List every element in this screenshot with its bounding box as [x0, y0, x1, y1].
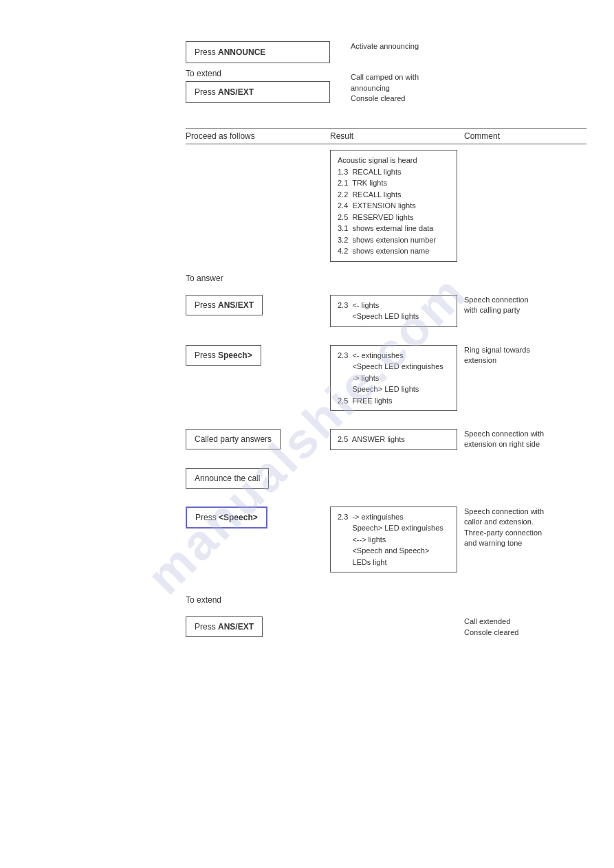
press-ansext-2-box: Press ANS/EXT: [186, 616, 263, 637]
comment-cell-speech2: Speech connection withcallor and extensi…: [464, 507, 586, 549]
proceed-cell-speech1: Press Speech>: [186, 345, 330, 366]
press-speech2-box: Press <Speech>: [186, 507, 267, 528]
press-announce-bold: ANNOUNCE: [218, 47, 265, 57]
table-row: Press ANS/EXT Call extendedConsole clear…: [186, 616, 586, 638]
press-speech1-box: Press Speech>: [186, 345, 261, 366]
page-content: Press ANNOUNCE To extend Press ANS/EXT A…: [0, 0, 614, 686]
table-row: Announce the call: [186, 468, 586, 489]
proceed-cell-ansext2: Press ANS/EXT: [186, 616, 330, 637]
proceed-cell-to-extend: To extend: [186, 590, 330, 610]
to-extend-label2: To extend: [186, 590, 323, 610]
table-row: Press Speech> 2.3 <- extinguishes <Speec…: [186, 345, 586, 412]
result-box-1: Acoustic signal is heard 1.3 RECALL ligh…: [330, 150, 457, 262]
comment-cell-called: Speech connection withextension on right…: [464, 429, 586, 450]
press-announce-prefix: Press: [195, 47, 218, 57]
result-cell-speech1: 2.3 <- extinguishes <Speech LED extingui…: [330, 345, 464, 412]
proceed-cell-speech2: Press <Speech>: [186, 507, 330, 528]
press-ansext-1-box: Press ANS/EXT: [186, 295, 263, 315]
result-box-speech1: 2.3 <- extinguishes <Speech LED extingui…: [330, 345, 457, 412]
press-ansext-bold: ANS/EXT: [218, 87, 254, 97]
press-ansext-box: Press ANS/EXT: [186, 81, 330, 103]
proceed-cell-to-answer: To answer: [186, 269, 330, 288]
comment-cell-ansext: Speech connectionwith calling party: [464, 295, 586, 316]
comment-cell-ansext2: Call extendedConsole cleared: [464, 616, 586, 638]
result-box-ansext: 2.3 <- lights <Speech LED lights: [330, 295, 457, 327]
result-box-called: 2.5 ANSWER lights: [330, 429, 457, 450]
result-cell-ansext: 2.3 <- lights <Speech LED lights: [330, 295, 464, 327]
comment-cell-speech1: Ring signal towardsextension: [464, 345, 586, 366]
table-row: Acoustic signal is heard 1.3 RECALL ligh…: [186, 150, 586, 262]
table-row: Press ANS/EXT 2.3 <- lights <Speech LED …: [186, 295, 586, 327]
col-result-header: Result: [330, 131, 464, 141]
table-section: Proceed as follows Result Comment Acoust…: [186, 128, 586, 638]
press-ansext-prefix: Press: [195, 87, 218, 97]
proceed-cell-ansext: Press ANS/EXT: [186, 295, 330, 315]
table-header: Proceed as follows Result Comment: [186, 128, 586, 144]
table-row: Press <Speech> 2.3 -> extinguishes Speec…: [186, 507, 586, 573]
table-row: To extend: [186, 590, 586, 610]
activate-comment: Activate announcing: [351, 41, 586, 52]
top-right: Activate announcing Call camped on with …: [337, 41, 586, 107]
to-answer-label: To answer: [186, 269, 323, 288]
result-cell-called: 2.5 ANSWER lights: [330, 429, 464, 450]
table-row: To answer: [186, 269, 586, 288]
called-party-box: Called party answers: [186, 429, 281, 449]
top-section: Press ANNOUNCE To extend Press ANS/EXT A…: [186, 41, 586, 107]
result-box-speech2: 2.3 -> extinguishes Speech> LED extingui…: [330, 507, 457, 573]
press-announce-box: Press ANNOUNCE: [186, 41, 330, 63]
col-comment-header: Comment: [464, 131, 586, 141]
proceed-cell-called: Called party answers: [186, 429, 330, 449]
extend-comment: Call camped on with announcing Console c…: [351, 72, 586, 104]
col-proceed-header: Proceed as follows: [186, 131, 330, 141]
result-cell-1: Acoustic signal is heard 1.3 RECALL ligh…: [330, 150, 464, 262]
table-row: Called party answers 2.5 ANSWER lights S…: [186, 429, 586, 450]
result-cell-speech2: 2.3 -> extinguishes Speech> LED extingui…: [330, 507, 464, 573]
to-extend-label: To extend: [186, 69, 337, 78]
top-left: Press ANNOUNCE To extend Press ANS/EXT: [186, 41, 337, 107]
proceed-cell-announce: Announce the call: [186, 468, 330, 489]
announce-box: Announce the call: [186, 468, 269, 489]
